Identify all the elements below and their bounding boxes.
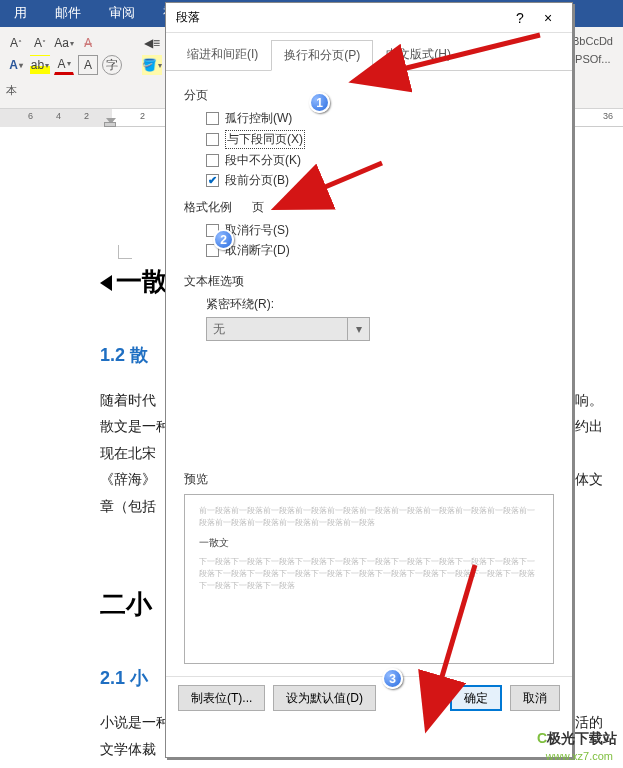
text-effects-icon[interactable]: A▾ xyxy=(6,55,26,75)
section-paging: 分页 xyxy=(184,87,554,104)
checkbox-keep-lines[interactable] xyxy=(206,154,219,167)
section-textbox-options: 文本框选项 xyxy=(184,273,554,290)
help-button[interactable]: ? xyxy=(506,10,534,26)
preview-box: 前一段落前一段落前一段落前一段落前一段落前一段落前一段落前一段落前一段落前一段落… xyxy=(184,494,554,664)
chevron-down-icon: ▾ xyxy=(347,318,369,340)
checkbox-page-break-before[interactable] xyxy=(206,174,219,187)
cancel-button[interactable]: 取消 xyxy=(510,685,560,711)
margin-mark-icon xyxy=(118,245,132,259)
tabs-button[interactable]: 制表位(T)... xyxy=(178,685,265,711)
tight-wrap-combo[interactable]: 无 ▾ xyxy=(206,317,370,341)
preview-next: 下一段落下一段落下一段落下一段落下一段落下一段落下一段落下一段落下一段落下一段落… xyxy=(199,556,539,592)
ruler-num: 2 xyxy=(140,111,145,121)
font-group-label: 本 xyxy=(6,83,122,98)
ruler-num: 36 xyxy=(603,111,613,121)
ribbon-tab[interactable]: 审阅 xyxy=(95,0,149,27)
ok-button[interactable]: 确定 xyxy=(450,685,502,711)
checkbox-label: 取消行号(S) xyxy=(225,222,289,239)
dialog-buttons: 制表位(T)... 设为默认值(D) 确定 取消 xyxy=(166,676,572,721)
dialog-titlebar: 段落 ? × xyxy=(166,3,572,33)
preview-main: 一散文 xyxy=(199,535,539,550)
style-preview[interactable]: BbCcDd xyxy=(570,33,615,49)
tab-line-page-breaks[interactable]: 换行和分页(P) xyxy=(271,40,373,71)
ribbon-tab[interactable]: 邮件 xyxy=(41,0,95,27)
checkbox-label: 段中不分页(K) xyxy=(225,152,301,169)
annotation-badge-2: 2 xyxy=(213,229,234,250)
dialog-tabs: 缩进和间距(I) 换行和分页(P) 中文版式(H) xyxy=(166,33,572,71)
clear-format-icon[interactable]: A̶ xyxy=(78,33,98,53)
section-format-exceptions: 格式化例页 xyxy=(184,199,554,216)
tab-asian-typography[interactable]: 中文版式(H) xyxy=(373,39,464,70)
checkbox-label: 段前分页(B) xyxy=(225,172,289,189)
dialog-title: 段落 xyxy=(176,9,200,26)
tab-indent-spacing[interactable]: 缩进和间距(I) xyxy=(174,39,271,70)
change-case-icon[interactable]: Aa▾ xyxy=(54,33,74,53)
checkbox-keep-with-next[interactable] xyxy=(206,133,219,146)
annotation-badge-3: 3 xyxy=(382,668,403,689)
dialog-body: 分页 孤行控制(W) 与下段同页(X) 段中不分页(K) 段前分页(B) 格式化… xyxy=(166,71,572,676)
font-size-increase-icon[interactable]: A˅ xyxy=(30,33,50,53)
checkbox-widow-control[interactable] xyxy=(206,112,219,125)
font-color-icon[interactable]: A▾ xyxy=(54,55,74,75)
heading-marker-icon xyxy=(100,275,112,291)
set-default-button[interactable]: 设为默认值(D) xyxy=(273,685,376,711)
checkbox-label: 与下段同页(X) xyxy=(225,130,305,149)
indent-decrease-icon[interactable]: ◀≡ xyxy=(142,33,162,53)
style-preview[interactable]: /PSOf... xyxy=(570,51,615,67)
combo-value: 无 xyxy=(213,321,225,338)
ruler-num: 6 xyxy=(28,111,33,121)
checkbox-label: 孤行控制(W) xyxy=(225,110,292,127)
annotation-badge-1: 1 xyxy=(309,92,330,113)
ruler-num: 4 xyxy=(56,111,61,121)
highlight-icon[interactable]: ab▾ xyxy=(30,55,50,75)
ribbon-tab[interactable]: 用 xyxy=(0,0,41,27)
close-button[interactable]: × xyxy=(534,10,562,26)
section-preview: 预览 xyxy=(184,471,554,488)
preview-prev: 前一段落前一段落前一段落前一段落前一段落前一段落前一段落前一段落前一段落前一段落… xyxy=(199,505,539,529)
shading-icon[interactable]: 🪣▾ xyxy=(142,55,162,75)
watermark-url: www.xz7.com xyxy=(546,750,613,762)
character-shading-icon[interactable]: A xyxy=(78,55,98,75)
ruler-num: 2 xyxy=(84,111,89,121)
watermark: C极光下载站 xyxy=(537,730,617,748)
checkbox-label: 取消断字(D) xyxy=(225,242,290,259)
paragraph-dialog: 段落 ? × 缩进和间距(I) 换行和分页(P) 中文版式(H) 分页 孤行控制… xyxy=(165,2,573,758)
tight-wrap-label: 紧密环绕(R): xyxy=(206,296,554,313)
enclose-char-icon[interactable]: 字 xyxy=(102,55,122,75)
font-size-decrease-icon[interactable]: A˄ xyxy=(6,33,26,53)
